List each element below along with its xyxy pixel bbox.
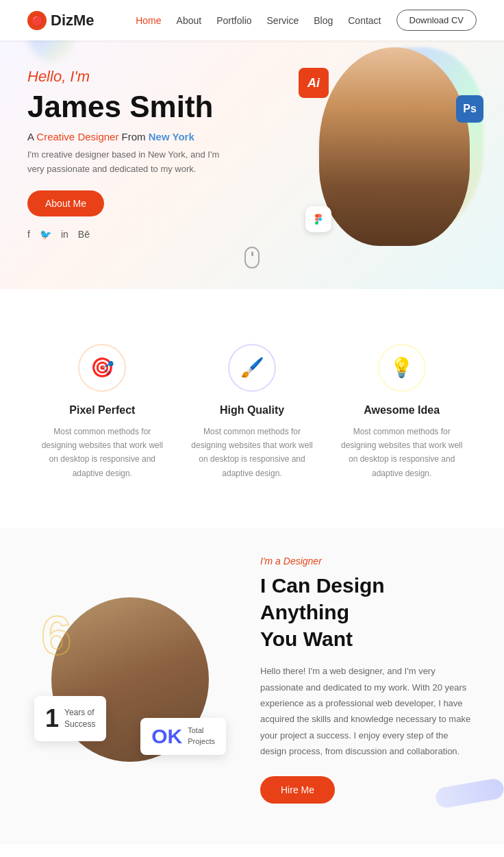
about-me-button[interactable]: About Me <box>27 190 104 216</box>
feature-desc-1: Most common methods for designing websit… <box>41 425 164 481</box>
person-placeholder <box>319 47 470 246</box>
download-cv-button[interactable]: Download CV <box>396 10 477 31</box>
ok-label: Total Projects <box>188 725 215 747</box>
hero-subtitle: A Creative Designer From New York <box>27 131 274 142</box>
features-grid: 🎯 Pixel Perfect Most common methods for … <box>27 330 477 495</box>
features-section: 🎯 Pixel Perfect Most common methods for … <box>0 289 504 529</box>
six-decor: 6 <box>41 604 72 667</box>
about-description: Hello there! I'm a web designer, and I'm… <box>260 663 477 759</box>
subtitle-role: Creative Designer <box>36 131 118 142</box>
hero-section: Hello, I'm James Smith A Creative Design… <box>0 40 504 289</box>
ps-badge: Ps <box>456 95 483 123</box>
hire-me-button[interactable]: Hire Me <box>260 776 335 804</box>
social-linkedin[interactable]: in <box>61 229 68 240</box>
feature-high-quality: 🖌️ High Quality Most common methods for … <box>177 330 327 495</box>
years-of-success-badge: 1 Years of Success <box>34 696 106 741</box>
nav-links: Home About Portfolio Service Blog Contac… <box>136 10 477 31</box>
nav-blog[interactable]: Blog <box>314 15 333 26</box>
nav-home[interactable]: Home <box>136 15 161 26</box>
feature-title-2: High Quality <box>191 404 314 417</box>
subtitle-prefix: A <box>27 131 36 142</box>
feature-awesome-idea: 💡 Awesome Idea Most common methods for d… <box>327 330 477 495</box>
scroll-dot <box>251 251 253 256</box>
social-behance[interactable]: Bē <box>78 229 90 240</box>
scroll-mouse-icon <box>244 247 260 269</box>
subtitle-location: New York <box>149 131 194 142</box>
ai-badge: Ai <box>299 68 329 98</box>
nav-portfolio[interactable]: Portfolio <box>216 15 251 26</box>
social-twitter[interactable]: 🐦 <box>40 229 51 240</box>
logo-icon: 🔴 <box>27 11 47 30</box>
portfolio-section: Portfolio My Amazing Works Most common m… <box>0 845 504 858</box>
about-content: I'm a Designer I Can Design Anything You… <box>260 556 477 803</box>
feature-pixel-perfect: 🎯 Pixel Perfect Most common methods for … <box>27 330 177 495</box>
feature-icon-wrap-1: 🎯 <box>78 344 126 392</box>
target-icon: 🎯 <box>90 356 114 379</box>
feature-desc-3: Most common methods for designing websit… <box>340 425 463 481</box>
lightbulb-icon: 💡 <box>390 356 414 379</box>
hero-hello: Hello, I'm <box>27 68 274 86</box>
social-facebook[interactable]: f <box>27 229 30 240</box>
hero-person-image <box>319 47 470 246</box>
ai-label: Ai <box>307 76 320 90</box>
about-heading: I Can Design Anything You Want <box>260 572 477 652</box>
feature-desc-2: Most common methods for designing websit… <box>191 425 314 481</box>
brush-icon: 🖌️ <box>240 356 264 379</box>
nav-about[interactable]: About <box>177 15 202 26</box>
hero-content: Hello, I'm James Smith A Creative Design… <box>27 68 274 240</box>
logo[interactable]: 🔴 DizMe <box>27 11 94 30</box>
nav-service[interactable]: Service <box>267 15 299 26</box>
about-section: 6 1 Years of Success OK Total Projects I… <box>0 528 504 844</box>
ps-label: Ps <box>463 103 477 115</box>
about-tag: I'm a Designer <box>260 556 477 567</box>
feature-icon-wrap-2: 🖌️ <box>228 344 276 392</box>
years-label: Years of Success <box>64 707 95 730</box>
subtitle-mid: From <box>118 131 148 142</box>
feature-icon-wrap-3: 💡 <box>378 344 426 392</box>
about-image-side: 6 1 Years of Success OK Total Projects <box>27 597 233 762</box>
hero-description: I'm creative designer based in New York,… <box>27 148 233 177</box>
nav-contact[interactable]: Contact <box>348 15 381 26</box>
ok-number: OK <box>151 725 182 748</box>
feature-title-3: Awesome Idea <box>340 404 463 417</box>
figma-badge <box>305 206 331 232</box>
logo-text: DizMe <box>51 12 94 29</box>
navbar: 🔴 DizMe Home About Portfolio Service Blo… <box>0 0 504 40</box>
figma-icon <box>311 212 326 227</box>
hero-image-area: Ai Ps <box>292 47 483 260</box>
hero-name: James Smith <box>27 90 274 124</box>
total-projects-badge: OK Total Projects <box>140 718 226 755</box>
years-number: 1 <box>45 704 59 733</box>
social-links: f 🐦 in Bē <box>27 229 274 240</box>
feature-title-1: Pixel Perfect <box>41 404 164 417</box>
